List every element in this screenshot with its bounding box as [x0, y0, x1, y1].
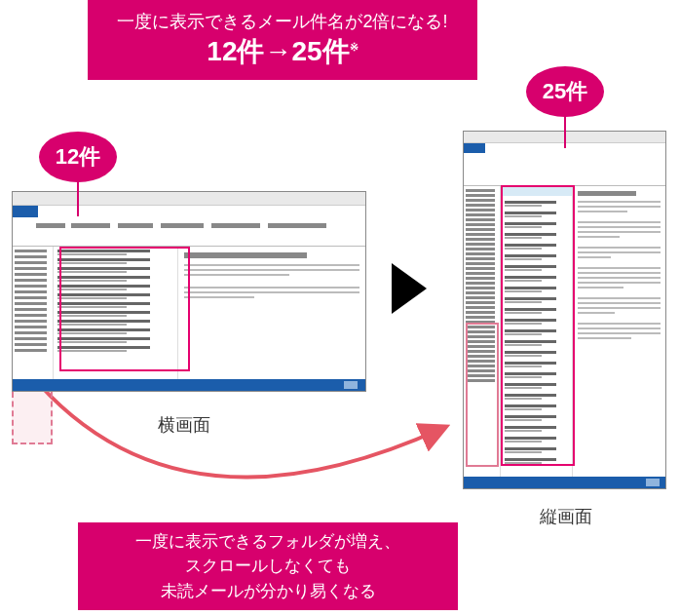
ribbon-group [118, 223, 153, 228]
folder-item [466, 209, 495, 212]
list-item [505, 404, 568, 413]
pointer-line-12 [77, 182, 79, 216]
body-line [578, 267, 661, 269]
list-item [505, 362, 568, 370]
count-badge-12: 12件 [39, 132, 117, 182]
screenshot-landscape [12, 191, 366, 392]
folder-item [466, 311, 495, 314]
folder-item [15, 320, 47, 323]
body-line [578, 221, 661, 223]
body-line [578, 277, 661, 279]
list-item [505, 394, 568, 403]
body-line [578, 211, 627, 212]
folder-item [466, 282, 495, 285]
view-buttons [646, 479, 660, 486]
folder-item [466, 218, 495, 221]
folder-item [15, 250, 47, 252]
folder-item [466, 243, 495, 246]
folder-item [15, 261, 47, 264]
body-line [184, 291, 359, 293]
list-item [57, 267, 173, 274]
list-item [505, 458, 568, 467]
folder-item [466, 345, 495, 348]
folder-item [15, 331, 47, 334]
folder-item [466, 316, 495, 319]
folder-item [466, 262, 495, 265]
body-line [578, 297, 661, 299]
list-item [505, 308, 568, 317]
body-line [578, 251, 661, 253]
list-item [57, 285, 173, 291]
view-buttons [344, 381, 358, 389]
caption-portrait: 縦画面 [540, 505, 592, 528]
list-item [505, 222, 568, 231]
ribbon-toolbar [464, 143, 665, 186]
folders-overflow-indicator [12, 392, 53, 444]
footer-banner: 一度に表示できるフォルダが増え、 スクロールしなくても 未読メールが分かり易くな… [78, 522, 458, 610]
headline-count-text: 12件→25件 [207, 36, 349, 66]
body-line [184, 264, 359, 266]
headline-line2: 12件→25件※ [207, 33, 358, 70]
list-item [505, 447, 568, 456]
ribbon-group [268, 223, 326, 228]
folder-item [466, 233, 495, 236]
reading-pane [178, 247, 365, 379]
folder-item [466, 369, 495, 372]
body-line [578, 312, 615, 314]
folder-item [466, 306, 495, 309]
pointer-line-25 [564, 117, 566, 148]
message-list-pane [54, 247, 178, 379]
body-line [578, 201, 661, 203]
list-item [57, 258, 173, 265]
folder-item [466, 301, 495, 304]
folder-item [466, 223, 495, 226]
list-item [505, 437, 568, 445]
list-item [505, 244, 568, 252]
folder-item [466, 272, 495, 275]
folder-item [466, 277, 495, 280]
ribbon-toolbar [13, 206, 365, 247]
body-line [578, 256, 611, 258]
app-body [464, 186, 665, 477]
folder-item [466, 213, 495, 216]
list-item [57, 346, 173, 353]
body-line [184, 287, 359, 289]
list-item [57, 293, 173, 300]
folder-item [466, 194, 495, 197]
transition-arrow-icon [392, 263, 427, 314]
caption-landscape: 横画面 [158, 413, 210, 437]
body-line [184, 274, 289, 276]
body-line [184, 269, 359, 271]
body-line [578, 272, 661, 274]
ribbon-group [161, 223, 204, 228]
app-body [13, 247, 365, 379]
folder-item [15, 296, 47, 299]
list-item [505, 265, 568, 274]
folder-item [466, 291, 495, 294]
footer-line1: 一度に表示できるフォルダが増え、 [135, 529, 400, 555]
headline-line1: 一度に表示できるメール件名が2倍になる! [117, 10, 447, 33]
list-item [57, 337, 173, 344]
folders-pane [13, 247, 54, 379]
folder-item [466, 374, 495, 377]
folder-item [466, 350, 495, 353]
folder-item [466, 296, 495, 299]
list-item [505, 340, 568, 349]
folder-item [15, 267, 47, 270]
reading-pane [573, 186, 665, 477]
list-item [57, 302, 173, 309]
list-item [505, 287, 568, 295]
folder-item [466, 365, 495, 367]
folder-item [15, 308, 47, 311]
list-item [505, 351, 568, 360]
status-bar [13, 379, 365, 391]
list-item [505, 415, 568, 424]
folder-item [466, 330, 495, 333]
list-item [57, 328, 173, 335]
reading-header [184, 252, 307, 258]
list-item [505, 329, 568, 338]
folder-item [466, 252, 495, 255]
folder-item [466, 321, 495, 324]
message-list-pane [501, 186, 573, 477]
headline-banner: 一度に表示できるメール件名が2倍になる! 12件→25件※ [88, 0, 477, 80]
